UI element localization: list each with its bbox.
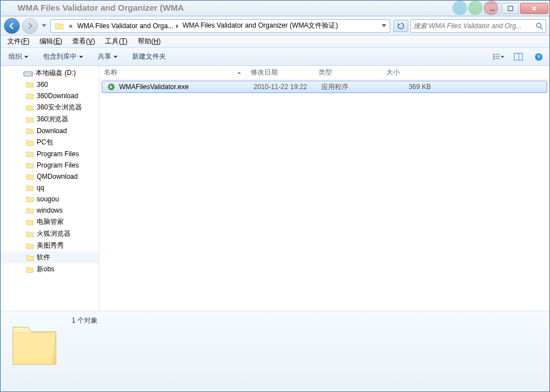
svg-point-2 [536,23,541,28]
menu-bar: 文件(F) 编辑(E) 查看(V) 工具(T) 帮助(H) [1,36,549,48]
search-box[interactable] [411,19,546,33]
folder-icon [54,21,64,31]
search-input[interactable] [413,22,535,30]
tree-item[interactable]: sougou [1,193,99,205]
folder-icon [25,80,34,89]
tree-item[interactable]: 360浏览器 [1,113,99,125]
folder-icon [25,195,34,204]
tree-item[interactable]: 360Download [1,90,99,102]
folder-icon [25,103,34,112]
bg-decoration [452,1,499,15]
view-options-button[interactable] [492,51,504,63]
preview-pane-button[interactable] [512,51,525,63]
details-text: 1 个对象 [72,315,98,387]
chevron-right-icon [176,23,180,29]
tree-item[interactable]: Program Files [1,160,99,171]
tree-item[interactable]: PC包 [1,136,99,148]
address-row: « WMA Files Validator and Orga... WMA Fi… [1,16,549,36]
chevron-down-icon [114,56,117,58]
svg-rect-6 [493,56,495,57]
tree-item[interactable]: 360安全浏览器 [1,102,99,113]
menu-help[interactable]: 帮助(H) [133,36,165,47]
exe-icon [107,82,116,91]
organize-button[interactable]: 组织 [5,50,32,63]
address-bar[interactable]: « WMA Files Validator and Orga... WMA Fi… [50,19,390,33]
folder-icon [25,253,34,262]
column-type[interactable]: 类型 [314,66,382,79]
file-name: WMAFilesValidator.exe [119,83,189,91]
tree-item[interactable]: windows [1,205,99,216]
file-row[interactable]: WMAFilesValidator.exe 2010-11-22 19:22 应… [102,81,547,93]
back-button[interactable] [4,18,20,34]
sort-arrow-icon [237,72,241,74]
breadcrumb-part-0[interactable]: WMA Files Validator and Orga... [75,22,176,30]
svg-text:?: ? [537,54,540,60]
svg-rect-8 [493,58,495,59]
folder-icon [25,183,34,192]
svg-rect-1 [508,6,513,11]
folder-icon [25,115,34,124]
window-title-blur: WMA Files Validator and Organizer (WMA [18,3,184,12]
tree-drive[interactable]: 本地磁盘 (D:) [1,67,99,79]
folder-thumbnail [6,315,63,388]
chevron-down-icon [79,56,83,58]
command-bar: 组织 包含到库中 共享 新建文件夹 ? [1,48,549,66]
folder-icon [25,161,34,170]
tree-item[interactable]: 美图秀秀 [1,240,99,252]
close-button[interactable] [520,3,548,14]
breadcrumb-prefix[interactable]: « [67,22,75,30]
search-icon [535,22,543,30]
folder-icon [25,206,34,215]
folder-icon [25,91,34,100]
folder-icon [25,265,34,274]
address-dropdown[interactable] [379,24,389,27]
chevron-down-icon [24,56,28,58]
new-folder-button[interactable]: 新建文件夹 [129,50,169,63]
svg-rect-5 [496,54,500,54]
explorer-window: WMA Files Validator and Organizer (WMA [0,0,550,392]
tree-item[interactable]: 火狐浏览器 [1,228,99,240]
file-type: 应用程序 [321,82,348,92]
tree-item[interactable]: 360 [1,79,99,90]
svg-rect-4 [493,54,495,55]
tree-item[interactable]: 电脑管家 [1,216,99,228]
folder-icon [25,218,34,227]
column-name[interactable]: 名称 [99,66,246,79]
tree-item[interactable]: Program Files [1,148,99,160]
tree-item[interactable]: qq [1,182,99,193]
svg-line-3 [540,27,543,29]
tree-item[interactable]: 软件 [1,252,99,263]
include-in-library-button[interactable]: 包含到库中 [40,50,86,63]
svg-rect-9 [496,58,500,59]
folder-icon [25,126,34,135]
svg-point-15 [30,73,32,74]
menu-edit[interactable]: 编辑(E) [35,36,67,47]
content-pane: 名称 修改日期 类型 大小 WMAFilesValidator.exe 2010… [99,66,549,311]
column-date[interactable]: 修改日期 [246,66,314,79]
help-button[interactable]: ? [532,51,545,63]
maximize-button[interactable] [502,3,519,14]
column-headers: 名称 修改日期 类型 大小 [99,66,549,80]
tree-item[interactable]: Download [1,125,99,136]
tree-item[interactable]: 新obs [1,263,99,275]
column-size[interactable]: 大小 [382,66,433,79]
file-date: 2010-11-22 19:22 [254,83,307,91]
nav-history-dropdown[interactable] [40,20,48,32]
file-size: 369 KB [409,83,431,91]
tree-item[interactable]: QMDownload [1,171,99,182]
share-button[interactable]: 共享 [94,50,121,63]
refresh-button[interactable] [394,20,408,32]
title-bar: WMA Files Validator and Organizer (WMA [1,1,549,16]
forward-button[interactable] [22,18,38,34]
breadcrumb-part-1[interactable]: WMA Files Validator and Organizer (WMA文件… [180,21,340,30]
chevron-down-icon [501,56,504,58]
menu-view[interactable]: 查看(V) [68,36,99,47]
folder-icon [25,230,34,239]
details-pane: 1 个对象 [1,311,549,391]
nav-tree[interactable]: 本地磁盘 (D:) 360360Download360安全浏览器360浏览器Do… [1,66,99,311]
file-list[interactable]: WMAFilesValidator.exe 2010-11-22 19:22 应… [99,80,549,311]
menu-file[interactable]: 文件(F) [3,36,34,47]
menu-tools[interactable]: 工具(T) [101,36,132,47]
folder-icon [25,138,34,147]
folder-icon [25,172,34,181]
